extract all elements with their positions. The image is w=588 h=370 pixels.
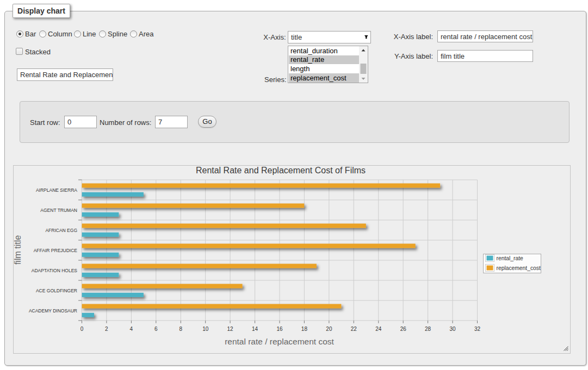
svg-text:AIRPLANE SIERRA: AIRPLANE SIERRA: [36, 187, 77, 193]
svg-text:8: 8: [180, 326, 183, 332]
svg-text:16: 16: [276, 326, 283, 332]
svg-text:20: 20: [326, 326, 332, 332]
svg-text:4: 4: [130, 326, 133, 332]
svg-text:10: 10: [202, 326, 209, 332]
svg-text:ADAPTATION HOLES: ADAPTATION HOLES: [32, 268, 78, 273]
svg-text:32: 32: [474, 326, 481, 332]
svg-text:22: 22: [351, 326, 357, 332]
svg-text:Rental Rate and Replacement Co: Rental Rate and Replacement Cost of Film…: [196, 166, 366, 175]
svg-text:replacement_cost: replacement_cost: [497, 265, 541, 271]
svg-text:rental rate / replacement cost: rental rate / replacement cost: [225, 337, 334, 346]
svg-text:26: 26: [400, 326, 407, 332]
svg-text:6: 6: [154, 326, 158, 332]
svg-text:ACADEMY DINOSAUR: ACADEMY DINOSAUR: [29, 308, 77, 313]
svg-text:film title: film title: [14, 235, 22, 265]
svg-text:rental_rate: rental_rate: [497, 255, 524, 261]
svg-text:AGENT TRUMAN: AGENT TRUMAN: [40, 208, 77, 213]
svg-text:2: 2: [105, 326, 108, 332]
svg-text:AFFAIR PREJUDICE: AFFAIR PREJUDICE: [34, 248, 78, 253]
svg-text:ACE GOLDFINGER: ACE GOLDFINGER: [36, 288, 77, 293]
svg-text:28: 28: [425, 326, 431, 332]
svg-text:0: 0: [81, 326, 84, 332]
svg-text:AFRICAN EGG: AFRICAN EGG: [45, 228, 77, 233]
svg-text:12: 12: [227, 326, 234, 332]
svg-text:14: 14: [252, 326, 258, 332]
svg-text:24: 24: [375, 326, 382, 332]
svg-text:18: 18: [301, 326, 308, 332]
svg-text:30: 30: [450, 326, 456, 332]
